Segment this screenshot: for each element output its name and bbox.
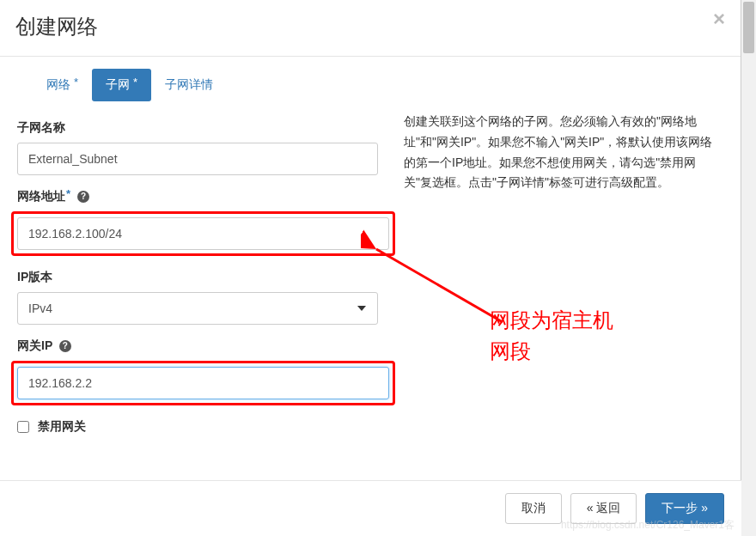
network-address-input[interactable] — [17, 217, 389, 250]
create-network-modal: 创建网络 × 网络* 子网* 子网详情 子网名称 网 — [0, 0, 741, 536]
annotation-highlight-box — [11, 361, 395, 405]
help-text: 创建关联到这个网络的子网。您必须输入有效的"网络地址"和"网关IP"。如果您不输… — [404, 112, 723, 193]
ip-version-select-wrap — [17, 292, 378, 325]
form-column: 网络* 子网* 子网详情 子网名称 网络地址* ? — [17, 69, 378, 435]
subnet-name-label: 子网名称 — [17, 120, 378, 136]
field-subnet-name: 子网名称 — [17, 120, 378, 175]
required-mark: * — [74, 76, 78, 88]
required-mark: * — [133, 76, 137, 88]
field-gateway-ip: 网关IP ? — [17, 338, 378, 405]
tab-label: 网络 — [46, 77, 70, 93]
tab-subnet-details[interactable]: 子网详情 — [151, 69, 227, 101]
label-text: 网络地址 — [17, 189, 65, 203]
cancel-button[interactable]: 取消 — [505, 493, 562, 524]
scrollbar-thumb[interactable] — [743, 2, 754, 53]
help-icon[interactable]: ? — [59, 340, 71, 352]
close-icon[interactable]: × — [713, 9, 725, 29]
ip-version-select[interactable] — [17, 292, 378, 325]
tab-label: 子网 — [106, 77, 130, 93]
help-icon[interactable]: ? — [77, 191, 89, 203]
tab-subnet[interactable]: 子网* — [92, 69, 151, 101]
modal-header: 创建网络 × — [0, 0, 741, 57]
modal-body: 网络* 子网* 子网详情 子网名称 网络地址* ? — [0, 57, 741, 443]
next-button[interactable]: 下一步 » — [645, 493, 724, 524]
network-address-label: 网络地址* ? — [17, 189, 378, 204]
label-text: 网关IP — [17, 338, 52, 352]
modal-footer: 取消 « 返回 下一步 » — [0, 480, 741, 536]
field-disable-gateway: 禁用网关 — [17, 419, 378, 435]
help-column: 创建关联到这个网络的子网。您必须输入有效的"网络地址"和"网关IP"。如果您不输… — [404, 69, 723, 435]
tab-label: 子网详情 — [165, 77, 213, 93]
required-mark: * — [66, 187, 70, 200]
gateway-ip-input[interactable] — [17, 367, 389, 399]
modal-title: 创建网络 — [15, 13, 723, 40]
disable-gateway-label: 禁用网关 — [38, 419, 86, 435]
disable-gateway-checkbox[interactable] — [17, 421, 29, 433]
vertical-scrollbar[interactable] — [741, 0, 756, 536]
gateway-ip-label: 网关IP ? — [17, 338, 378, 354]
tab-network[interactable]: 网络* — [33, 69, 92, 101]
subnet-name-input[interactable] — [17, 143, 378, 175]
back-button[interactable]: « 返回 — [570, 493, 637, 524]
annotation-highlight-box — [11, 211, 395, 256]
wizard-tabs: 网络* 子网* 子网详情 — [17, 69, 378, 101]
field-network-address: 网络地址* ? — [17, 189, 378, 256]
field-ip-version: IP版本 — [17, 270, 378, 325]
ip-version-label: IP版本 — [17, 270, 378, 285]
